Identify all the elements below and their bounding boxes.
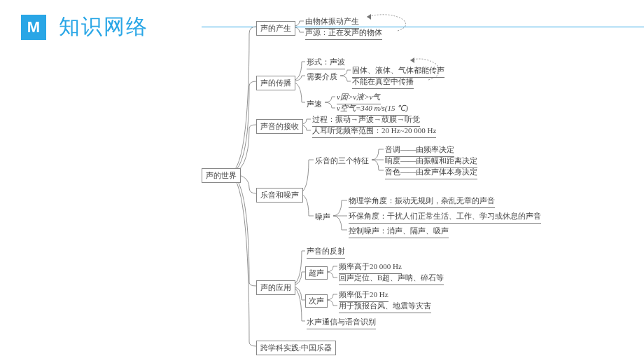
connector-lines: [235, 6, 641, 363]
node-ultrasound: 超声: [305, 266, 328, 280]
node-sound-application: 声的应用: [256, 280, 295, 295]
leaf-gen-b: 声源：正在发声的物体: [305, 27, 382, 40]
leaf-music-label: 乐音的三个特征: [315, 155, 369, 167]
leaf-recv-b: 人耳听觉频率范围：20 Hz~20 000 Hz: [312, 125, 436, 138]
header: M 知识网络: [21, 13, 148, 41]
node-sound-generation: 声的产生: [256, 21, 295, 36]
node-music-noise: 乐音和噪声: [256, 188, 303, 203]
svg-marker-0: [367, 14, 371, 20]
node-sound-propagation: 声的传播: [256, 76, 295, 90]
node-infrasound: 次声: [305, 294, 328, 308]
node-sound-reception: 声音的接收: [256, 119, 303, 134]
leaf-prop-form: 形式：声波: [307, 56, 345, 69]
leaf-noise-label: 噪声: [315, 211, 330, 223]
leaf-app-underwater: 水声通信与语音识别: [307, 316, 376, 329]
mindmap: 声的世界 声的产生 声的传播 声音的接收 乐音和噪声 声的应用 跨学科实践:中国…: [235, 6, 641, 363]
leaf-prop-speed-label: 声速: [307, 98, 322, 110]
root-node: 声的世界: [202, 168, 241, 183]
logo-icon: M: [21, 15, 46, 40]
leaf-infra-b: 用于预报台风、地震等灾害: [339, 300, 431, 313]
page-title: 知识网络: [59, 13, 148, 41]
node-interdisciplinary: 跨学科实践:中国乐器: [256, 341, 336, 355]
leaf-noise-a: 物理学角度：振动无规则，杂乱无章的声音: [349, 195, 495, 208]
leaf-noise-b: 环保角度：干扰人们正常生活、工作、学习或休息的声音: [349, 210, 541, 224]
leaf-music-c: 音色——由发声体本身决定: [385, 166, 477, 179]
leaf-prop-medium-label: 需要介质: [307, 71, 337, 83]
leaf-prop-medium-b: 不能在真空中传播: [352, 76, 414, 89]
svg-marker-1: [410, 57, 414, 63]
leaf-ultra-b: 回声定位、B超、声呐、碎石等: [339, 272, 444, 285]
leaf-app-reflect: 声音的反射: [307, 245, 345, 259]
leaf-noise-c: 控制噪声：消声、隔声、吸声: [349, 225, 449, 238]
